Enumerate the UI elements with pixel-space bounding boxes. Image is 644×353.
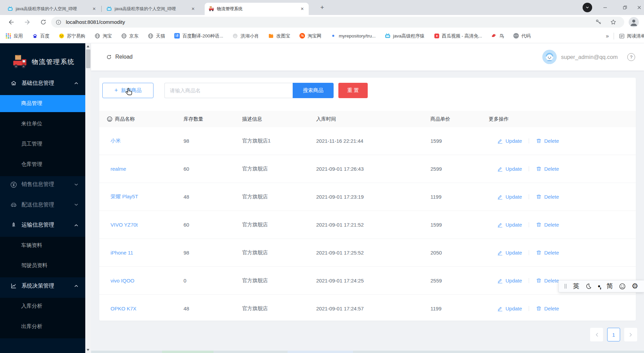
reload-icon bbox=[106, 54, 112, 60]
emoji-smiley-icon[interactable] bbox=[619, 283, 626, 290]
sidebar-item-outbound[interactable]: 出库分析 bbox=[0, 318, 85, 335]
tab-close-icon[interactable]: ✕ bbox=[299, 6, 305, 12]
delete-button[interactable]: Delete bbox=[536, 306, 559, 311]
bookmark-gaitubao[interactable]: 改图宝 bbox=[268, 33, 290, 39]
window-minimize-button[interactable] bbox=[596, 0, 614, 15]
bookmark-suning[interactable]: 苏宁易购 bbox=[59, 33, 85, 39]
site-info-icon[interactable] bbox=[55, 19, 63, 27]
sidebar-item-base-info[interactable]: 基础信息管理 bbox=[0, 75, 85, 92]
sidebar-item-drivers[interactable]: 驾驶员资料 bbox=[0, 257, 85, 274]
new-tab-button[interactable]: + bbox=[318, 3, 326, 12]
scroll-up-arrow[interactable] bbox=[87, 45, 89, 47]
product-name-link[interactable]: 小米 bbox=[111, 138, 121, 143]
prev-page-button[interactable] bbox=[590, 328, 603, 341]
update-button[interactable]: Update bbox=[497, 166, 522, 172]
tab-search-button[interactable] bbox=[583, 3, 592, 12]
product-name-link[interactable]: vivo IQOO bbox=[111, 278, 134, 283]
cell-price: 1199 bbox=[430, 194, 489, 200]
key-icon[interactable] bbox=[595, 19, 603, 26]
product-name-link[interactable]: 荣耀 Play5T bbox=[111, 194, 138, 199]
commodity-search-input[interactable] bbox=[164, 83, 293, 98]
forward-icon[interactable] bbox=[24, 18, 31, 26]
bookmark-translate[interactable]: 译 百度翻译-200种语... bbox=[174, 33, 223, 39]
update-button[interactable]: Update bbox=[497, 306, 522, 312]
cell-desc: 官方旗舰店 bbox=[242, 277, 316, 284]
delete-button[interactable]: Delete bbox=[536, 166, 559, 172]
sidebar-item-units[interactable]: 来往单位 bbox=[0, 115, 85, 132]
tab-bilibili-2[interactable]: java高级程序猿的个人空间_哔哩 ✕ bbox=[102, 3, 200, 15]
sidebar-item-decision[interactable]: 系统决策管理 bbox=[0, 277, 85, 294]
sidebar-item-transport[interactable]: 运输信息管理 bbox=[0, 217, 85, 234]
bookmark-jd[interactable]: 京东 bbox=[121, 33, 138, 39]
window-restore-button[interactable] bbox=[616, 0, 634, 15]
divider bbox=[529, 222, 529, 227]
reload-icon[interactable] bbox=[40, 18, 47, 26]
sidebar-item-vehicles[interactable]: 车辆资料 bbox=[0, 237, 85, 254]
user-avatar[interactable] bbox=[542, 50, 557, 64]
ime-drag-handle[interactable] bbox=[565, 284, 567, 289]
ime-charset-toggle[interactable]: 简 bbox=[606, 282, 613, 291]
bookmark-baidu[interactable]: 百度 bbox=[32, 33, 49, 39]
taobao-icon: 淘 bbox=[299, 33, 305, 39]
delete-button[interactable]: Delete bbox=[536, 278, 559, 283]
tab-title: 物流管理系统 bbox=[217, 6, 298, 12]
tab-close-icon[interactable]: ✕ bbox=[91, 6, 97, 12]
ime-language-toggle[interactable]: 英 bbox=[573, 282, 579, 291]
update-button[interactable]: Update bbox=[497, 138, 522, 144]
reset-button[interactable]: 重 置 bbox=[338, 83, 368, 98]
product-name-link[interactable]: realme bbox=[111, 166, 126, 172]
update-button[interactable]: Update bbox=[497, 222, 522, 228]
bookmark-myrepository[interactable]: myrepository/tru... bbox=[331, 33, 376, 39]
bookmark-tmall[interactable]: 天猫 bbox=[148, 33, 165, 39]
sidebar-item-goods[interactable]: 商品管理 bbox=[0, 95, 85, 112]
sidebar-item-label: 运输信息管理 bbox=[21, 221, 54, 229]
product-name-link[interactable]: iPhone 11 bbox=[111, 250, 133, 256]
ime-punctuation-toggle[interactable]: •, bbox=[598, 282, 601, 290]
url-text[interactable]: localhost:8081/commodity bbox=[66, 19, 125, 25]
delete-button[interactable]: Delete bbox=[536, 138, 559, 144]
bookmark-apps[interactable]: 应用 bbox=[5, 33, 23, 39]
update-button[interactable]: Update bbox=[497, 250, 522, 256]
reading-list-button[interactable]: 阅读清单 bbox=[619, 33, 644, 39]
next-page-button[interactable] bbox=[624, 328, 637, 341]
moon-icon[interactable] bbox=[585, 283, 592, 290]
bookmarks-overflow-button[interactable]: » bbox=[606, 33, 609, 39]
sidebar-scrollbar[interactable] bbox=[85, 43, 91, 353]
reload-button[interactable]: Reload bbox=[106, 54, 133, 60]
tab-logistics-active[interactable]: 物流管理系统 ✕ bbox=[205, 3, 309, 15]
update-button[interactable]: Update bbox=[497, 278, 522, 284]
tab-bilibili-1[interactable]: java高级程序猿的个人空间_哔哩 ✕ bbox=[3, 3, 101, 15]
product-name-link[interactable]: VIVO YZ70t bbox=[111, 222, 138, 228]
help-icon[interactable]: ? bbox=[627, 53, 635, 61]
bookmark-taobao-wang[interactable]: 淘 淘宝网 bbox=[299, 33, 322, 39]
bookmark-code[interactable]: </> 代码 bbox=[513, 33, 531, 39]
sidebar-item-sales[interactable]: 销售信息管理 bbox=[0, 176, 85, 193]
delete-button[interactable]: Delete bbox=[536, 250, 559, 256]
bookmark-xigua[interactable]: 西瓜视频 - 高清免... bbox=[434, 33, 482, 39]
sidebar-item-inbound[interactable]: 入库分析 bbox=[0, 298, 85, 315]
table-row: 小米 98 官方旗舰店1 2021-11-16 22:21:44 1599 Up… bbox=[99, 127, 636, 155]
scroll-down-arrow[interactable] bbox=[87, 349, 89, 351]
page-1-button[interactable]: 1 bbox=[607, 328, 620, 341]
window-close-button[interactable] bbox=[634, 0, 644, 15]
gear-icon[interactable]: ⚙ bbox=[631, 282, 638, 290]
bookmark-java[interactable]: java高级程序猿 bbox=[385, 33, 424, 39]
delete-button[interactable]: Delete bbox=[536, 222, 559, 228]
back-icon[interactable] bbox=[8, 18, 15, 26]
bookmark-bird[interactable]: 鸟 bbox=[491, 33, 504, 39]
bookmark-honghu[interactable]: 洪湖小肖 bbox=[232, 33, 259, 39]
tab-close-icon[interactable]: ✕ bbox=[190, 6, 196, 12]
sidebar-item-delivery[interactable]: 配送信息管理 bbox=[0, 196, 85, 213]
bookmark-taobao[interactable]: 淘宝 bbox=[94, 33, 112, 39]
bookmark-star-icon[interactable] bbox=[610, 19, 617, 26]
url-omnibox[interactable] bbox=[51, 17, 624, 28]
sidebar-item-warehouse[interactable]: 仓库管理 bbox=[0, 156, 85, 173]
scrollbar-thumb[interactable] bbox=[86, 49, 90, 68]
delete-button[interactable]: Delete bbox=[536, 194, 559, 200]
update-button[interactable]: Update bbox=[497, 194, 522, 200]
search-commodity-button[interactable]: 搜索商品 bbox=[293, 83, 334, 98]
product-name-link[interactable]: OPKO K7X bbox=[111, 306, 136, 311]
sidebar-item-staff[interactable]: 员工管理 bbox=[0, 136, 85, 153]
browser-profile-avatar[interactable] bbox=[629, 17, 639, 27]
commodity-table: 商品名称 库存数量 描述信息 入库时间 商品单价 更多操作 小米 98 官方旗舰… bbox=[99, 111, 636, 323]
